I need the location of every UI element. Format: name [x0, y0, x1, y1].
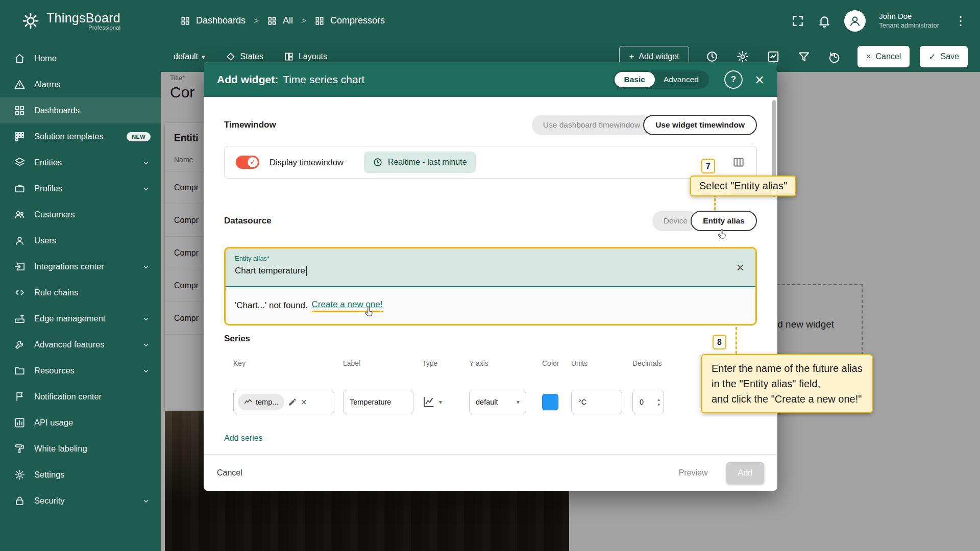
edit-key-pencil-icon[interactable] — [288, 397, 297, 407]
series-key-field[interactable]: temp... × — [233, 390, 334, 414]
sidebar-item-label: Alarms — [34, 80, 60, 89]
tutorial-step-8-callout: Enter the name of the future alias in th… — [701, 354, 873, 413]
entity-aliases-icon[interactable] — [767, 50, 780, 63]
series-label-field[interactable]: Temperature — [343, 390, 413, 414]
sidebar-item-label: Integrations center — [34, 262, 104, 271]
stepper-up-icon[interactable]: ▴ — [657, 397, 660, 402]
sidebar-item-label: Advanced features — [34, 340, 105, 349]
dialog-cancel-button[interactable]: Cancel — [217, 468, 242, 478]
sidebar-item-api-usage[interactable]: API usage — [0, 410, 161, 436]
sidebar: Home Alarms Dashboards Solution template… — [0, 41, 161, 551]
sidebar-item-home[interactable]: Home — [0, 45, 161, 71]
thingsboard-logo-icon — [21, 12, 40, 30]
state-selector-value: default — [174, 52, 198, 61]
sidebar-item-alarms[interactable]: Alarms — [0, 71, 161, 97]
timewindow-clock-icon[interactable] — [705, 50, 719, 63]
sidebar-item-notification-center[interactable]: Notification center — [0, 384, 161, 410]
sidebar-item-profiles[interactable]: Profiles — [0, 176, 161, 202]
add-series-button[interactable]: Add series — [224, 434, 263, 443]
decimals-field[interactable]: 0 ▴ ▾ — [632, 390, 664, 414]
cancel-edit-label: Cancel — [875, 52, 901, 61]
sidebar-item-resources[interactable]: Resources — [0, 358, 161, 384]
entity-alias-field-value: Chart temperature — [235, 266, 746, 276]
sidebar-item-advanced-features[interactable]: Advanced features — [0, 332, 161, 358]
realtime-timewindow-button[interactable]: Realtime - last minute — [364, 152, 476, 173]
entity-alias-input[interactable]: Entity alias* Chart temperature × — [226, 248, 755, 287]
cancel-edit-button[interactable]: × Cancel — [857, 46, 910, 67]
save-button[interactable]: ✓ Save — [920, 46, 968, 67]
timewindow-config-box: ✓ Display timewindow Realtime - last min… — [224, 146, 757, 179]
sidebar-item-label: Notification center — [34, 392, 102, 402]
chevron-down-icon — [141, 262, 151, 271]
sidebar-item-dashboards[interactable]: Dashboards — [0, 97, 161, 123]
basic-mode-button[interactable]: Basic — [615, 72, 655, 87]
sidebar-item-settings[interactable]: Settings — [0, 462, 161, 488]
layouts-button[interactable]: Layouts — [284, 52, 327, 62]
breadcrumb-all[interactable]: All — [267, 15, 293, 26]
column-type: Type — [422, 359, 469, 367]
app-root: ThingsBoard Professional Dashboards > Al… — [0, 0, 980, 551]
column-key: Key — [233, 359, 343, 367]
use-widget-timewindow-option[interactable]: Use widget timewindow — [643, 115, 757, 135]
preview-button[interactable]: Preview — [679, 468, 708, 478]
brand-edition: Professional — [88, 24, 120, 31]
solution-templates-icon — [14, 131, 26, 142]
sidebar-item-solution-templates[interactable]: Solution templates NEW — [0, 123, 161, 149]
stepper-down-icon[interactable]: ▾ — [657, 402, 660, 407]
check-icon: ✓ — [928, 52, 936, 62]
dashboards-icon — [14, 105, 26, 116]
filter-icon[interactable] — [797, 50, 811, 63]
use-dashboard-timewindow-option[interactable]: Use dashboard timewindow — [532, 115, 651, 135]
sidebar-item-entities[interactable]: Entities — [0, 149, 161, 176]
sidebar-item-integrations-center[interactable]: Integrations center — [0, 254, 161, 280]
y-axis-select[interactable]: default ▾ — [469, 390, 526, 414]
sidebar-item-label: Profiles — [34, 184, 62, 193]
clear-alias-icon[interactable]: × — [737, 261, 744, 274]
states-button[interactable]: States — [226, 52, 263, 62]
toggle-knob: ✓ — [248, 157, 258, 167]
security-lock-icon — [14, 495, 26, 507]
version-history-icon[interactable] — [828, 50, 841, 63]
entity-alias-option[interactable]: Entity alias — [691, 211, 757, 231]
integrations-icon — [14, 261, 26, 272]
sidebar-item-edge-management[interactable]: Edge management — [0, 306, 161, 332]
breadcrumb-dashboards[interactable]: Dashboards — [180, 15, 246, 26]
sidebar-item-users[interactable]: Users — [0, 228, 161, 254]
state-selector[interactable]: default ▾ — [174, 52, 205, 61]
add-widget-dialog: Add widget: Time series chart Basic Adva… — [204, 62, 777, 491]
realtime-label: Realtime - last minute — [388, 158, 467, 167]
fullscreen-icon[interactable] — [791, 14, 804, 28]
advanced-mode-button[interactable]: Advanced — [655, 72, 707, 87]
decimals-stepper[interactable]: ▴ ▾ — [657, 397, 660, 408]
brand-logo[interactable]: ThingsBoard Professional — [0, 11, 161, 31]
display-timewindow-toggle[interactable]: ✓ — [236, 156, 259, 169]
series-heading: Series — [224, 334, 757, 344]
dialog-add-button[interactable]: Add — [726, 462, 764, 484]
line-chart-type-icon — [422, 395, 435, 409]
series-color-picker[interactable] — [542, 394, 558, 410]
close-icon: × — [866, 52, 871, 62]
sidebar-item-rule-chains[interactable]: Rule chains — [0, 280, 161, 306]
sidebar-item-white-labeling[interactable]: White labeling — [0, 436, 161, 462]
units-field[interactable]: °C — [571, 390, 622, 414]
sidebar-item-security[interactable]: Security — [0, 488, 161, 514]
key-chip[interactable]: temp... — [238, 394, 284, 410]
sidebar-item-customers[interactable]: Customers — [0, 202, 161, 228]
chevron-down-icon — [141, 340, 151, 349]
chevron-down-icon: ▾ — [517, 398, 520, 406]
user-avatar[interactable] — [844, 10, 866, 32]
more-menu-icon[interactable]: ⋮ — [952, 14, 969, 28]
dashboard-settings-icon[interactable] — [736, 50, 749, 63]
remove-key-icon[interactable]: × — [301, 397, 307, 407]
series-table-header: Key Label Type Y axis Color Units Decima… — [224, 359, 757, 367]
series-type-select[interactable]: ▾ — [422, 395, 469, 409]
white-labeling-icon — [14, 443, 26, 455]
notifications-bell-icon[interactable] — [818, 14, 831, 28]
chevron-down-icon — [141, 496, 151, 506]
chevron-down-icon — [141, 314, 151, 323]
timewindow-style-icon[interactable] — [732, 156, 745, 169]
alias-not-found-option[interactable]: 'Chart...' not found. Create a new one! — [226, 287, 755, 324]
help-button[interactable]: ? — [724, 70, 743, 89]
dialog-body: Timewindow Use dashboard timewindow Use … — [204, 97, 777, 443]
close-dialog-icon[interactable]: × — [755, 72, 764, 88]
